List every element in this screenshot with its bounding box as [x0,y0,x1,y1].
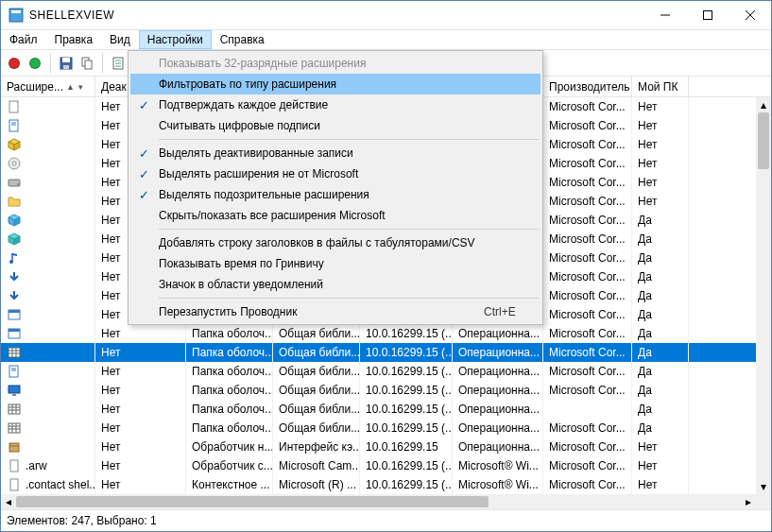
maximize-button[interactable] [686,1,729,29]
cell: Да [632,286,689,305]
menu-separator [159,229,539,230]
menu-separator [159,139,539,140]
table-row[interactable]: НетПапка оболоч...Общая библи...10.0.162… [1,419,756,438]
cell: Папка оболоч... [186,324,273,343]
cell: Microsoft Cor... [543,475,632,494]
menu-правка[interactable]: Правка [46,30,102,49]
header-dropdown-icon[interactable]: ▾ [78,82,83,92]
menu-item-label: Выделять подозрительные расширения [157,188,484,201]
menu-item-label: Скрыть/показать все расширения Microsoft [157,209,484,222]
menu-item[interactable]: ✓Выделять расширения не от Microsoft [130,163,540,184]
cell-text: .arw [26,459,47,472]
minimize-button[interactable] [643,1,686,29]
cell [1,362,95,381]
cell: Нет [632,475,689,494]
scroll-right-arrow[interactable]: ▸ [741,494,756,509]
menu-item[interactable]: Скрыть/показать все расширения Microsoft [130,205,540,226]
screen-icon [7,383,22,398]
toolbar-separator [102,54,103,73]
menu-item[interactable]: Считывать цифровые подписи [130,115,540,136]
cell: Нет [95,343,186,362]
menu-item[interactable]: ✓Выделять подозрительные расширения [130,184,540,205]
menu-item[interactable]: ✓Выделять деактивированные записи [130,143,540,163]
cell: Нет [95,324,186,343]
menu-item-accelerator: Ctrl+E [484,305,540,318]
cell: Обработчик н... [186,438,273,456]
table-row[interactable]: НетПапка оболоч...Общая библи...10.0.162… [1,381,756,400]
cell: .contact shel... [1,475,95,494]
menu-справка[interactable]: Справка [212,30,273,49]
cell: Microsoft Cor... [543,324,632,343]
cell [1,154,95,173]
cell: Общая библи... [273,381,360,400]
svg-point-27 [17,183,19,185]
menu-item[interactable]: Перезапустить ПроводникCtrl+E [130,301,540,322]
scroll-left-arrow[interactable]: ◂ [1,494,16,509]
scroll-thumb[interactable] [758,112,769,169]
record-stop-icon[interactable] [5,54,24,73]
menu-item-label: Выделять расширения не от Microsoft [157,167,484,180]
scroll-thumb[interactable] [16,496,489,507]
scroll-track[interactable] [16,494,741,509]
menu-item[interactable]: Добавлять строку заголовков в файлы с та… [130,232,540,253]
menu-item[interactable]: Фильтровать по типу расширения [130,74,540,94]
cell: Контекстное ... [186,475,273,494]
table-row[interactable]: .arwНетОбработчик с...Microsoft Cam...10… [1,456,756,475]
save-icon[interactable] [57,54,76,73]
scroll-track[interactable] [756,112,771,479]
column-header-0[interactable]: Расшире...▲▾ [1,77,95,96]
svg-rect-62 [10,479,18,490]
cell: Нет [95,400,186,419]
cell: Да [632,305,689,324]
column-header-6[interactable]: Производитель [543,77,632,96]
cell: Microsoft Cor... [543,211,632,230]
table-row[interactable]: НетПапка оболоч...Общая библи...10.0.162… [1,343,756,362]
scroll-down-arrow[interactable]: ▾ [756,479,771,494]
table-row[interactable]: НетПапка оболоч...Общая библи...10.0.162… [1,362,756,381]
svg-rect-38 [9,329,20,332]
menu-item[interactable]: Значок в области уведомлений [130,274,540,295]
menu-separator [159,298,539,299]
svg-rect-3 [703,11,712,20]
file-icon [7,458,22,473]
menu-item[interactable]: ✓Подтверждать каждое действие [130,94,540,115]
svg-rect-47 [9,386,20,393]
cell: Microsoft Cor... [543,230,632,249]
table-row[interactable]: НетПапка оболоч...Общая библи...10.0.162… [1,400,756,419]
menu-item[interactable]: Показывать время по Гринвичу [130,253,540,274]
cell: Общая библи... [273,362,360,381]
app-icon [9,8,24,23]
copy-icon[interactable] [77,54,96,73]
check-icon: ✓ [130,188,157,202]
menu-настройки[interactable]: Настройки [139,30,212,49]
cube3d-icon [7,213,22,228]
cube-yellow-icon [7,137,22,152]
cell [1,97,95,116]
toolbar-separator [50,54,51,73]
titlebar: SHELLEXVIEW [1,1,771,29]
cell: Общая библи... [273,343,360,362]
table-row[interactable]: .contact shel...НетКонтекстное ...Micros… [1,475,756,494]
menu-вид[interactable]: Вид [101,30,139,49]
column-header-7[interactable]: Мой ПК [632,77,689,96]
scroll-up-arrow[interactable]: ▴ [756,97,771,112]
record-start-icon[interactable] [26,54,44,73]
vertical-scrollbar[interactable]: ▴ ▾ [756,97,771,494]
horizontal-scrollbar[interactable]: ◂ ▸ [1,494,756,509]
cell: Папка оболоч... [186,381,273,400]
table-row[interactable]: НетОбработчик н...Интерфейс кэ...10.0.16… [1,438,756,456]
cell: Нет [95,419,186,438]
svg-rect-48 [12,394,16,396]
cell-text: .contact shel... [26,478,95,491]
close-button[interactable] [729,1,771,29]
cell: 10.0.16299.15 (... [360,456,453,475]
cell: Да [632,211,689,230]
properties-icon[interactable] [109,54,128,73]
cell [1,419,95,438]
menu-файл[interactable]: Файл [1,30,46,49]
cell: Папка оболоч... [186,419,273,438]
table-row[interactable]: НетПапка оболоч...Общая библи...10.0.162… [1,324,756,343]
cell: Microsoft Cor... [543,97,632,116]
cell: Microsoft Cor... [543,116,632,135]
grid-icon [7,420,22,436]
